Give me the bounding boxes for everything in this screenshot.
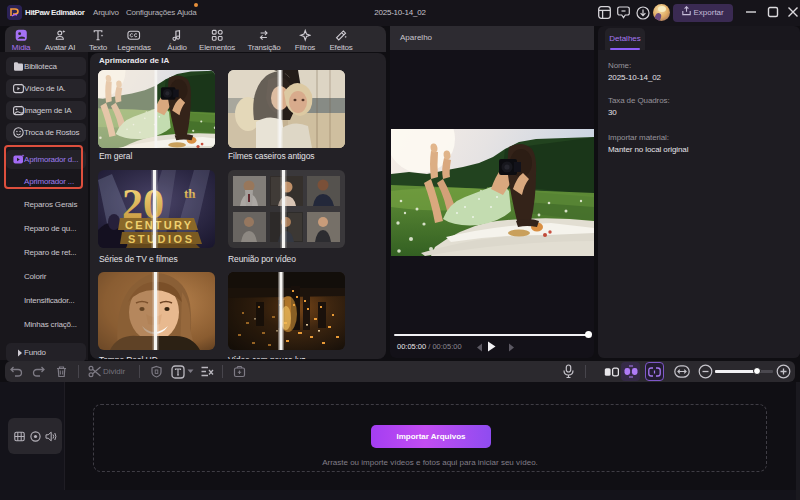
- svg-text:th: th: [184, 186, 196, 201]
